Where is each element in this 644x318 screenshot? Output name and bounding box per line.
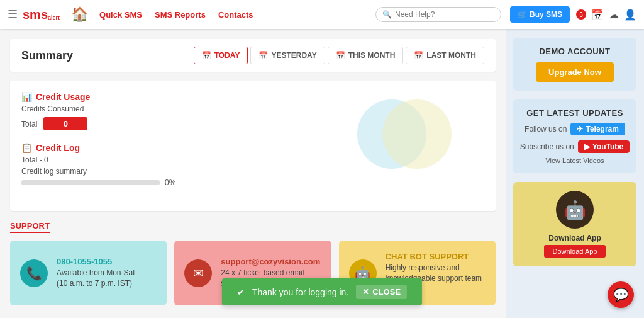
phone-icon: 📞 xyxy=(20,259,48,287)
summary-header: Summary 📅 TODAY 📅 YESTERDAY 📅 THIS MONTH… xyxy=(10,39,496,72)
subscribe-row: Subscribe us on ▶ YouTube xyxy=(519,140,630,153)
calendar-icon-today: 📅 xyxy=(202,51,211,60)
calendar-icon-lastmonth: 📅 xyxy=(414,51,423,60)
calendar-icon-thismonth: 📅 xyxy=(336,51,345,60)
credit-usage-icon: 📊 xyxy=(21,92,32,102)
tab-this-month[interactable]: 📅 THIS MONTH xyxy=(328,47,404,64)
credit-usage-value: 0 xyxy=(43,117,87,130)
telegram-label: Telegram xyxy=(586,125,618,133)
tab-thismonth-label: THIS MONTH xyxy=(348,51,396,60)
phone-title: 080-1055-1055 xyxy=(57,257,135,266)
chat-bubble[interactable]: 💬 xyxy=(608,281,634,308)
nav-right: 🛒 Buy SMS 5 📅 ☁ 👤 xyxy=(510,6,636,23)
summary-title: Summary xyxy=(21,49,175,62)
logo-alert: alert xyxy=(48,14,60,21)
tab-last-month[interactable]: 📅 LAST MONTH xyxy=(406,47,484,64)
nav-icons: 5 📅 ☁ 👤 xyxy=(576,9,636,21)
notification-badge: 5 xyxy=(576,9,586,20)
credit-log-label: Credit Log xyxy=(36,143,80,153)
youtube-label: YouTube xyxy=(592,142,624,151)
toast-message: Thank you for logging in. xyxy=(252,287,348,297)
calendar-icon[interactable]: 📅 xyxy=(591,9,604,21)
total-label: Total xyxy=(21,120,37,128)
view-videos-link[interactable]: View Latest Videos xyxy=(519,157,630,164)
download-label: Download App xyxy=(519,234,630,242)
logo-sms: sms xyxy=(23,8,48,22)
youtube-button[interactable]: ▶ YouTube xyxy=(578,140,630,153)
support-label: SUPPORT xyxy=(10,221,50,233)
email-icon: ✉ xyxy=(184,259,212,287)
telegram-button[interactable]: ✈ Telegram xyxy=(570,123,625,135)
venn-diagram xyxy=(345,93,458,181)
search-input[interactable] xyxy=(395,10,494,19)
tab-today-label: TODAY xyxy=(214,51,240,60)
tab-today[interactable]: 📅 TODAY xyxy=(194,47,248,64)
support-phone-info: 080-1055-1055 Available from Mon-Sat(10 … xyxy=(57,257,135,289)
download-box: 🤖 Download App Download App xyxy=(513,182,636,266)
cart-icon: 🛒 xyxy=(518,10,527,19)
progress-bar-background xyxy=(21,180,160,185)
hamburger-icon[interactable]: ☰ xyxy=(8,8,18,21)
svg-point-1 xyxy=(382,99,452,169)
support-card-phone: 📞 080-1055-1055 Available from Mon-Sat(1… xyxy=(10,241,167,305)
right-panel: DEMO ACCOUNT Upgrade Now GET LATEST UPDA… xyxy=(506,29,644,318)
user-icon[interactable]: 👤 xyxy=(624,9,636,21)
layout: Summary 📅 TODAY 📅 YESTERDAY 📅 THIS MONTH… xyxy=(0,29,644,318)
demo-box: DEMO ACCOUNT Upgrade Now xyxy=(513,38,636,91)
toast-close-button[interactable]: ✕ CLOSE xyxy=(356,285,407,299)
search-bar: 🔍 xyxy=(375,7,501,22)
nav-contacts[interactable]: Contacts xyxy=(218,10,253,20)
calendar-icon-yesterday: 📅 xyxy=(258,51,268,60)
credit-log-icon: 📋 xyxy=(21,143,32,153)
nav-sms-reports[interactable]: SMS Reports xyxy=(155,10,206,20)
tab-lastmonth-label: LAST MONTH xyxy=(426,51,476,60)
navbar: ☰ sms alert 🏠 Quick SMS SMS Reports Cont… xyxy=(0,0,644,29)
updates-title: GET LATEST UPDATES xyxy=(519,108,630,118)
close-x-icon: ✕ xyxy=(362,287,369,297)
toast-check-icon: ✔ xyxy=(237,287,245,297)
credit-usage-label: Credit Usage xyxy=(36,92,90,102)
follow-label: Follow us on xyxy=(525,125,567,133)
logo: sms alert xyxy=(23,8,60,22)
download-icon-wrap: 🤖 xyxy=(556,191,594,229)
download-button[interactable]: Download App xyxy=(544,245,606,258)
updates-box: GET LATEST UPDATES Follow us on ✈ Telegr… xyxy=(513,99,636,173)
nav-links: Quick SMS SMS Reports Contacts xyxy=(99,10,253,20)
subscribe-label: Subscribe us on xyxy=(520,142,574,151)
home-icon[interactable]: 🏠 xyxy=(71,6,88,23)
tab-yesterday-label: YESTERDAY xyxy=(271,51,316,60)
buy-sms-label: Buy SMS xyxy=(530,10,562,19)
phone-desc: Available from Mon-Sat(10 a.m. to 7 p.m.… xyxy=(57,268,135,289)
main-content: Summary 📅 TODAY 📅 YESTERDAY 📅 THIS MONTH… xyxy=(0,29,506,318)
demo-title: DEMO ACCOUNT xyxy=(519,47,630,56)
android-icon: 🤖 xyxy=(564,200,586,220)
stats-area: 📊 Credit Usage Credits Consumed Total 0 … xyxy=(10,81,496,211)
chat-icon: 💬 xyxy=(613,287,629,302)
follow-row: Follow us on ✈ Telegram xyxy=(519,123,630,135)
email-title: support@cozyvision.com xyxy=(221,257,321,266)
progress-percent: 0% xyxy=(165,178,175,187)
toast: ✔ Thank you for logging in. ✕ CLOSE xyxy=(222,278,422,305)
youtube-icon: ▶ xyxy=(584,142,590,151)
nav-quick-sms[interactable]: Quick SMS xyxy=(99,10,142,20)
upload-icon[interactable]: ☁ xyxy=(609,9,619,21)
upgrade-button[interactable]: Upgrade Now xyxy=(536,62,614,82)
telegram-icon: ✈ xyxy=(577,125,583,133)
tab-yesterday[interactable]: 📅 YESTERDAY xyxy=(250,47,325,64)
toast-close-label: CLOSE xyxy=(372,287,401,297)
search-icon: 🔍 xyxy=(382,10,392,19)
buy-sms-button[interactable]: 🛒 Buy SMS xyxy=(510,6,570,23)
summary-tabs: 📅 TODAY 📅 YESTERDAY 📅 THIS MONTH 📅 LAST … xyxy=(194,47,484,64)
chatbot-title: CHAT BOT SUPPORT xyxy=(386,252,486,261)
